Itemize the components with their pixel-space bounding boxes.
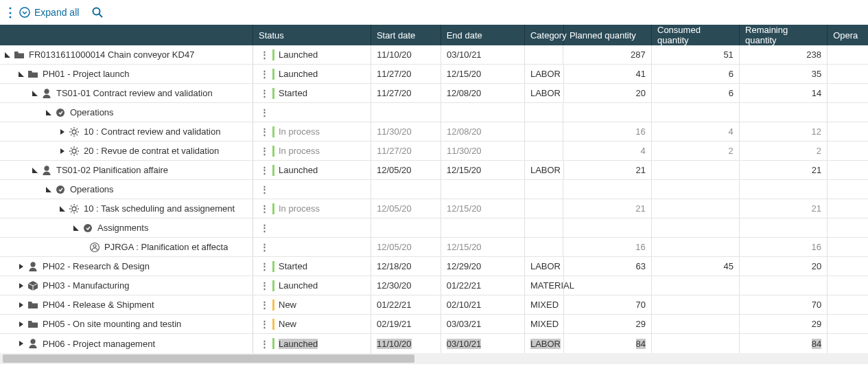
more-menu-icon[interactable]: ⋮ bbox=[4, 5, 15, 20]
header-start[interactable]: Start date bbox=[371, 25, 441, 45]
svg-point-34 bbox=[93, 245, 96, 247]
status-text: Started bbox=[279, 88, 307, 98]
cell-planned bbox=[563, 103, 651, 122]
tree-cell[interactable]: PH04 - Release & Shipment bbox=[0, 295, 253, 314]
tree-cell[interactable]: PH01 - Project launch bbox=[0, 65, 253, 83]
expand-chevron-icon[interactable] bbox=[18, 340, 27, 347]
cell-opera bbox=[828, 199, 868, 218]
scrollbar-thumb[interactable] bbox=[3, 355, 414, 363]
header-end[interactable]: End date bbox=[441, 25, 525, 45]
tree-cell[interactable]: PH06 - Project management bbox=[0, 334, 253, 353]
cell-status bbox=[253, 180, 371, 199]
search-button[interactable] bbox=[91, 6, 104, 19]
row-menu-icon[interactable] bbox=[259, 223, 270, 233]
header-category[interactable]: Category bbox=[525, 25, 564, 45]
expand-chevron-icon[interactable] bbox=[32, 90, 41, 97]
expand-chevron-icon[interactable] bbox=[32, 167, 41, 174]
table-row[interactable]: PJRGA : Planification et affecta12/05/20… bbox=[0, 238, 868, 257]
tree-cell[interactable]: 10 : Task scheduling and assignement bbox=[0, 199, 253, 218]
horizontal-scrollbar[interactable] bbox=[0, 353, 868, 364]
tree-cell[interactable]: Operations bbox=[0, 103, 253, 122]
row-menu-icon[interactable] bbox=[259, 319, 270, 329]
header-status[interactable]: Status bbox=[253, 25, 371, 45]
table-row[interactable]: Operations bbox=[0, 180, 868, 199]
expand-chevron-icon[interactable] bbox=[4, 52, 14, 58]
row-menu-icon[interactable] bbox=[259, 261, 270, 271]
status-text: In process bbox=[279, 126, 320, 137]
table-row[interactable]: PH04 - Release & ShipmentNew01/22/2102/1… bbox=[0, 295, 868, 315]
cell-planned: 16 bbox=[563, 122, 651, 141]
header-planned[interactable]: Planned quantity bbox=[564, 25, 652, 45]
status-text: Launched bbox=[279, 280, 318, 291]
row-menu-icon[interactable] bbox=[259, 165, 270, 175]
table-row[interactable]: 10 : Task scheduling and assignementIn p… bbox=[0, 199, 868, 218]
table-row[interactable]: 20 : Revue de contrat et validationIn pr… bbox=[0, 142, 868, 161]
expand-chevron-icon[interactable] bbox=[59, 128, 69, 135]
row-menu-icon[interactable] bbox=[259, 69, 270, 79]
row-menu-icon[interactable] bbox=[259, 242, 270, 252]
tree-cell[interactable]: PH05 - On site mounting and testin bbox=[0, 315, 253, 333]
cell-category: LABOR bbox=[525, 334, 564, 353]
row-menu-icon[interactable] bbox=[259, 339, 270, 349]
expand-chevron-icon[interactable] bbox=[59, 205, 69, 212]
row-menu-icon[interactable] bbox=[259, 146, 270, 156]
search-icon bbox=[91, 6, 104, 19]
table-row[interactable]: PH02 - Research & DesignStarted12/18/201… bbox=[0, 257, 868, 276]
tree-cell[interactable]: Operations bbox=[0, 180, 253, 199]
cell-status: In process bbox=[253, 199, 371, 218]
table-row[interactable]: PH01 - Project launchLaunched11/27/2012/… bbox=[0, 65, 868, 84]
expand-chevron-icon[interactable] bbox=[45, 109, 55, 116]
expand-chevron-icon[interactable] bbox=[73, 225, 82, 232]
table-row[interactable]: 10 : Contract review and validationIn pr… bbox=[0, 122, 868, 142]
row-menu-icon[interactable] bbox=[259, 203, 270, 214]
header-consumed[interactable]: Consumed quantity bbox=[652, 25, 740, 45]
expand-all-button[interactable]: Expand all bbox=[19, 7, 79, 18]
header-opera[interactable]: Opera bbox=[828, 25, 868, 45]
cell-opera bbox=[828, 65, 868, 83]
table-row[interactable]: Assignments bbox=[0, 218, 868, 238]
cell-category: LABOR bbox=[525, 84, 564, 102]
expand-chevron-icon[interactable] bbox=[18, 263, 27, 270]
svg-line-12 bbox=[77, 128, 78, 130]
tree-cell[interactable]: FR0131611000014 Chain conveyor KD47 bbox=[0, 45, 253, 64]
table-row[interactable]: PH06 - Project managementLaunched11/10/2… bbox=[0, 334, 868, 353]
tree-cell[interactable]: PJRGA : Planification et affecta bbox=[0, 238, 253, 256]
person-icon bbox=[41, 165, 52, 176]
tree-cell[interactable]: Assignments bbox=[0, 218, 253, 237]
row-menu-icon[interactable] bbox=[259, 280, 270, 291]
expand-chevron-icon[interactable] bbox=[18, 282, 27, 289]
tree-cell[interactable]: TS01-02 Planification affaire bbox=[0, 161, 253, 179]
table-row[interactable]: TS01-02 Planification affaireLaunched12/… bbox=[0, 161, 868, 180]
status-text: New bbox=[279, 300, 296, 310]
cell-remaining: 84 bbox=[740, 334, 828, 353]
cell-planned: 63 bbox=[564, 257, 652, 276]
tree-cell[interactable]: PH02 - Research & Design bbox=[0, 257, 253, 276]
expand-chevron-icon[interactable] bbox=[18, 302, 27, 308]
cell-opera bbox=[828, 238, 868, 256]
tree-cell[interactable]: PH03 - Manufacturing bbox=[0, 276, 253, 295]
expand-chevron-icon[interactable] bbox=[18, 71, 27, 78]
table-row[interactable]: FR0131611000014 Chain conveyor KD47Launc… bbox=[0, 45, 868, 65]
table-row[interactable]: PH05 - On site mounting and testinNew02/… bbox=[0, 315, 868, 334]
expand-chevron-icon[interactable] bbox=[45, 186, 55, 193]
tree-cell[interactable]: 20 : Revue de contrat et validation bbox=[0, 142, 253, 160]
cell-status: Launched bbox=[253, 161, 371, 179]
cell-status: Launched bbox=[253, 65, 371, 83]
tree-cell[interactable]: TS01-01 Contract review and validation bbox=[0, 84, 253, 102]
row-menu-icon[interactable] bbox=[259, 49, 270, 60]
circle-icon bbox=[82, 223, 93, 234]
header-remaining[interactable]: Remaining quantity bbox=[740, 25, 828, 45]
table-row[interactable]: Operations bbox=[0, 103, 868, 122]
row-menu-icon[interactable] bbox=[259, 107, 270, 117]
cell-category bbox=[525, 180, 563, 199]
expand-chevron-icon[interactable] bbox=[59, 148, 69, 155]
expand-chevron-icon[interactable] bbox=[18, 321, 27, 328]
table-row[interactable]: TS01-01 Contract review and validationSt… bbox=[0, 84, 868, 103]
row-menu-icon[interactable] bbox=[259, 184, 270, 194]
row-menu-icon[interactable] bbox=[259, 126, 270, 137]
table-row[interactable]: PH03 - ManufacturingLaunched12/30/2001/2… bbox=[0, 276, 868, 295]
row-menu-icon[interactable] bbox=[259, 300, 270, 310]
tree-cell[interactable]: 10 : Contract review and validation bbox=[0, 122, 253, 141]
cell-start-date: 12/05/20 bbox=[371, 238, 441, 256]
row-menu-icon[interactable] bbox=[259, 88, 270, 98]
